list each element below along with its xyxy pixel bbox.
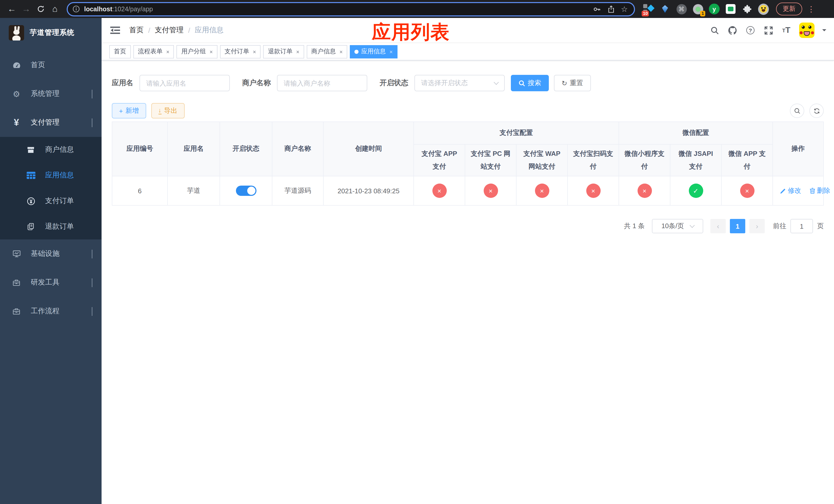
sidebar-menu: 首页 ⚙ 系统管理 ¥ 支付管理 商户信	[0, 48, 102, 326]
tab-refund-orders[interactable]: 退款订单×	[263, 45, 304, 58]
monitor-chart-icon	[11, 250, 22, 258]
sidebar-toggle-icon[interactable]	[109, 25, 120, 36]
extensions-puzzle-icon[interactable]	[742, 4, 752, 14]
sidebar-item-pay-orders[interactable]: 支付订单	[0, 188, 102, 214]
app-name-input[interactable]	[139, 75, 230, 91]
col-alipay-app: 支付宝 APP 支付	[414, 144, 465, 176]
browser-update-button[interactable]: 更新	[776, 3, 802, 15]
close-icon[interactable]: ×	[253, 48, 256, 54]
tab-user-group[interactable]: 用户分组×	[177, 45, 218, 58]
edit-link[interactable]: 修改	[780, 186, 801, 196]
prev-page-button[interactable]: ‹	[710, 219, 726, 233]
close-icon[interactable]: ×	[166, 48, 170, 54]
password-key-icon[interactable]	[593, 5, 601, 13]
cell-created: 2021-10-23 08:49:25	[323, 176, 414, 205]
extension-y-icon[interactable]: y	[709, 4, 720, 14]
documents-icon	[25, 223, 37, 231]
group-alipay-config: 支付宝配置	[414, 122, 619, 144]
close-icon[interactable]: ×	[339, 48, 343, 54]
chevron-down-icon	[494, 80, 499, 85]
close-icon[interactable]: ×	[210, 48, 213, 54]
url-bar[interactable]: localhost:1024/pay/app ☆	[67, 2, 635, 16]
breadcrumb-home[interactable]: 首页	[129, 26, 144, 35]
close-icon[interactable]: ×	[296, 48, 300, 54]
tab-pay-orders[interactable]: 支付订单×	[220, 45, 261, 58]
bookmark-star-icon[interactable]: ☆	[621, 4, 628, 14]
sidebar-item-home[interactable]: 首页	[0, 51, 102, 79]
enabled-switch[interactable]	[236, 186, 256, 196]
search-button[interactable]: 搜索	[511, 75, 549, 91]
total-count: 共 1 条	[624, 222, 645, 231]
sidebar-item-refund-orders[interactable]: 退款订单	[0, 214, 102, 239]
sidebar-item-infrastructure[interactable]: 基础设施	[0, 239, 102, 268]
sidebar-item-system[interactable]: ⚙ 系统管理	[0, 79, 102, 108]
store-icon	[25, 146, 37, 154]
download-icon: ↓	[158, 107, 161, 114]
reset-button[interactable]: ↻ 重置	[554, 75, 591, 91]
cell-status	[220, 176, 272, 205]
extension-camera-icon[interactable]: 1	[693, 4, 703, 14]
current-page-button[interactable]: 1	[730, 219, 745, 233]
close-icon[interactable]: ×	[389, 48, 393, 54]
toolbox-icon	[11, 307, 22, 315]
browser-menu-icon[interactable]: ⋮	[807, 4, 815, 14]
yen-icon: ¥	[11, 117, 22, 128]
app-logo[interactable]: 芋道管理系统	[0, 18, 102, 48]
alipay-pc-status-icon: ×	[483, 184, 498, 198]
page-size-select[interactable]: 10条/页	[652, 219, 703, 233]
breadcrumb-payment[interactable]: 支付管理	[155, 26, 184, 35]
table-row: 6 芋道 芋道源码 2021-10-23 08:49:25 × × × × × …	[112, 176, 824, 205]
pagination: 共 1 条 10条/页 ‹ 1 › 前往 页	[112, 219, 824, 233]
tab-home[interactable]: 首页	[109, 45, 131, 58]
browser-window: ← → ⌂ localhost:1024/pay/app ☆	[0, 0, 834, 504]
sidebar-item-workflow[interactable]: 工作流程	[0, 297, 102, 326]
alipay-qr-status-icon: ×	[586, 184, 600, 198]
avatar-caret-icon[interactable]	[822, 29, 826, 33]
font-size-icon[interactable]: TT	[781, 25, 791, 36]
breadcrumb: 首页 / 支付管理 / 应用信息	[129, 26, 224, 35]
refresh-table-button[interactable]	[809, 104, 824, 118]
breadcrumb-current: 应用信息	[195, 26, 224, 35]
sidebar-item-merchant-info[interactable]: 商户信息	[0, 137, 102, 162]
status-select[interactable]: 请选择开启状态	[414, 75, 505, 91]
merchant-name-input[interactable]	[277, 75, 367, 91]
reload-icon[interactable]	[34, 2, 47, 16]
extension-badge: 10	[642, 10, 649, 17]
extension-command-icon[interactable]: ⌘	[676, 4, 687, 14]
back-icon[interactable]: ←	[5, 2, 19, 16]
header-search-icon[interactable]	[709, 25, 720, 36]
profile-avatar-icon[interactable]	[758, 4, 769, 14]
cell-app-name: 芋道	[168, 176, 220, 205]
site-info-icon[interactable]	[70, 3, 82, 15]
delete-link[interactable]: 删除	[809, 186, 830, 196]
navbar-actions: ? TT	[709, 23, 826, 38]
extension-chat-icon[interactable]	[725, 4, 736, 14]
toggle-search-button[interactable]	[790, 104, 804, 118]
export-button[interactable]: ↓ 导出	[151, 103, 184, 118]
next-page-button[interactable]: ›	[749, 219, 765, 233]
extension-gem-icon[interactable]	[660, 4, 671, 14]
toolbox-icon	[11, 279, 22, 287]
col-app-name: 应用名	[168, 122, 220, 176]
url-text: localhost:1024/pay/app	[84, 5, 593, 13]
tab-process-form[interactable]: 流程表单×	[133, 45, 174, 58]
tab-app-info[interactable]: 应用信息×	[350, 45, 397, 58]
add-button[interactable]: + 新增	[112, 103, 146, 118]
page-unit-label: 页	[817, 222, 824, 231]
col-wx-app: 微信 APP 支付	[721, 144, 773, 176]
fullscreen-icon[interactable]	[763, 25, 773, 36]
user-avatar[interactable]	[799, 23, 814, 38]
goto-page-input[interactable]	[790, 219, 813, 233]
alipay-app-status-icon: ×	[432, 184, 446, 198]
share-icon[interactable]	[607, 5, 615, 13]
forward-icon[interactable]: →	[20, 2, 33, 16]
github-icon[interactable]	[727, 25, 738, 36]
extension-blue-diamond-icon[interactable]: 10	[643, 4, 654, 14]
sidebar-item-dev-tools[interactable]: 研发工具	[0, 268, 102, 297]
sidebar-item-app-info[interactable]: 应用信息	[0, 162, 102, 188]
tab-merchant-info[interactable]: 商户信息×	[307, 45, 348, 58]
plus-icon: +	[119, 107, 123, 115]
home-icon[interactable]: ⌂	[48, 2, 62, 16]
help-icon[interactable]: ?	[745, 25, 755, 36]
sidebar-item-payment[interactable]: ¥ 支付管理	[0, 108, 102, 137]
